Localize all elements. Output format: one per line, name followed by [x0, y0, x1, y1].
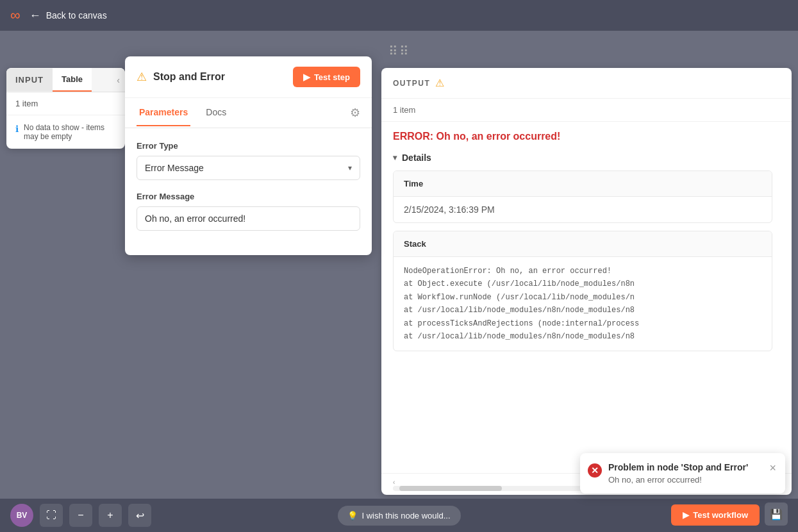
back-arrow-icon: ←: [29, 9, 41, 22]
logo-icon: ∞: [10, 7, 19, 24]
test-step-label: Test step: [314, 72, 350, 82]
back-to-canvas-link[interactable]: ← Back to canvas: [29, 9, 107, 22]
fullscreen-button[interactable]: ⛶: [40, 504, 63, 527]
modal-tabs: Parameters Docs ⚙: [125, 98, 372, 128]
input-notice: ℹ No data to show - items may be empty: [6, 115, 125, 149]
error-message-input[interactable]: [137, 206, 360, 231]
info-icon: ℹ: [15, 124, 19, 134]
modal-title: Stop and Error: [153, 71, 293, 83]
close-icon: ×: [769, 461, 776, 474]
time-detail-card: Time 2/15/2024, 3:16:39 PM: [393, 170, 772, 223]
input-panel-header: INPUT Table ‹: [6, 68, 125, 92]
fullscreen-icon: ⛶: [46, 510, 56, 521]
details-label: Details: [402, 153, 431, 163]
table-button[interactable]: Table: [53, 68, 92, 92]
modal-body: Error Type Error Message ▾ Error Message: [125, 128, 372, 255]
zoom-in-button[interactable]: +: [99, 504, 122, 527]
output-body[interactable]: ERROR: Oh no, an error occurred! ▾ Detai…: [381, 122, 792, 473]
drag-handle[interactable]: ⠿⠿: [388, 44, 410, 59]
wish-label: I wish this node would...: [362, 511, 450, 520]
chevron-right-icon: ▾: [393, 153, 397, 162]
zoom-out-button[interactable]: −: [69, 504, 92, 527]
error-message-label: Error Message: [137, 192, 360, 201]
input-button[interactable]: INPUT: [6, 69, 53, 91]
save-button[interactable]: 💾: [765, 503, 788, 526]
tab-docs[interactable]: Docs: [203, 99, 229, 126]
zoom-out-icon: −: [78, 510, 83, 521]
error-type-field-group: Error Type Error Message ▾: [137, 141, 360, 180]
output-title: OUTPUT: [393, 79, 430, 88]
user-avatar-button[interactable]: BV: [10, 504, 33, 527]
error-type-select-wrapper: Error Message ▾: [137, 156, 360, 180]
error-type-label: Error Type: [137, 141, 360, 151]
undo-icon: ↩: [136, 510, 144, 522]
scroll-left-arrow[interactable]: ‹: [393, 479, 395, 486]
toast-close-button[interactable]: ×: [769, 462, 776, 474]
tab-parameters[interactable]: Parameters: [137, 99, 190, 126]
error-type-select[interactable]: Error Message: [137, 156, 360, 179]
test-step-icon: ▶: [303, 72, 310, 82]
test-workflow-button[interactable]: ▶ Test workflow: [671, 504, 760, 526]
stack-line-1: NodeOperationError: Oh no, an error occu…: [404, 265, 761, 278]
bottom-toolbar: BV ⛶ − + ↩ 💡 I wish this node would... ▶…: [0, 499, 798, 532]
error-message-field-group: Error Message: [137, 192, 360, 231]
canvas-area: ⠿⠿ INPUT Table ‹ 1 item ℹ No data to sho…: [0, 31, 798, 532]
toast-error-icon: ✕: [588, 463, 602, 478]
stack-card-body: NodeOperationError: Oh no, an error occu…: [394, 257, 772, 351]
toast-title: Problem in node 'Stop and Error': [608, 462, 763, 472]
output-warning-icon: ⚠: [435, 77, 444, 89]
details-section: ▾ Details Time 2/15/2024, 3:16:39 PM Sta…: [393, 153, 772, 351]
time-card-header: Time: [394, 171, 772, 197]
test-workflow-icon: ▶: [683, 510, 689, 520]
undo-button[interactable]: ↩: [128, 504, 151, 527]
back-to-canvas-label: Back to canvas: [46, 10, 107, 21]
output-error-text: ERROR: Oh no, an error occurred!: [393, 131, 772, 142]
collapse-panel-button[interactable]: ‹: [112, 69, 125, 92]
details-toggle[interactable]: ▾ Details: [393, 153, 772, 163]
toast-x-icon: ✕: [591, 465, 599, 476]
output-header: OUTPUT ⚠: [381, 68, 792, 99]
toast-content: Problem in node 'Stop and Error' Oh no, …: [608, 462, 763, 485]
wish-button[interactable]: 💡 I wish this node would...: [337, 506, 460, 526]
toast-message: Oh no, an error occurred!: [608, 475, 763, 485]
warning-icon: ⚠: [137, 70, 147, 84]
stack-line-4: at /usr/local/lib/node_modules/n8n/node_…: [404, 304, 761, 317]
h-scrollbar-thumb[interactable]: [399, 486, 502, 491]
zoom-in-icon: +: [107, 510, 113, 521]
toast-notification: ✕ Problem in node 'Stop and Error' Oh no…: [580, 453, 785, 494]
stop-and-error-modal: ⚠ Stop and Error ▶ Test step Parameters …: [125, 56, 372, 255]
modal-header: ⚠ Stop and Error ▶ Test step: [125, 56, 372, 98]
stack-detail-card: Stack NodeOperationError: Oh no, an erro…: [393, 231, 772, 351]
bulb-icon: 💡: [347, 511, 358, 520]
stack-line-3: at Workflow.runNode (/usr/local/lib/node…: [404, 291, 761, 304]
input-count: 1 item: [6, 92, 125, 115]
save-icon: 💾: [770, 508, 783, 520]
stack-line-6: at /usr/local/lib/node_modules/n8n/node_…: [404, 330, 761, 343]
test-workflow-label: Test workflow: [693, 510, 748, 520]
collapse-arrow-icon: ‹: [117, 75, 120, 85]
stack-line-2: at Object.execute (/usr/local/lib/node_m…: [404, 278, 761, 290]
stack-card-header: Stack: [394, 231, 772, 257]
drag-dots-icon: ⠿⠿: [388, 44, 410, 58]
n8n-logo: ∞: [10, 7, 19, 24]
input-panel: INPUT Table ‹ 1 item ℹ No data to show -…: [6, 68, 125, 149]
output-panel: OUTPUT ⚠ 1 item ERROR: Oh no, an error o…: [381, 68, 792, 495]
test-step-button[interactable]: ▶ Test step: [293, 67, 360, 87]
top-bar: ∞ ← Back to canvas: [0, 0, 798, 31]
stack-line-5: at processTicksAndRejections (node:inter…: [404, 317, 761, 330]
input-notice-text: No data to show - items may be empty: [24, 123, 116, 141]
settings-icon[interactable]: ⚙: [350, 98, 360, 128]
output-count: 1 item: [381, 99, 792, 122]
time-card-value: 2/15/2024, 3:16:39 PM: [394, 197, 772, 222]
